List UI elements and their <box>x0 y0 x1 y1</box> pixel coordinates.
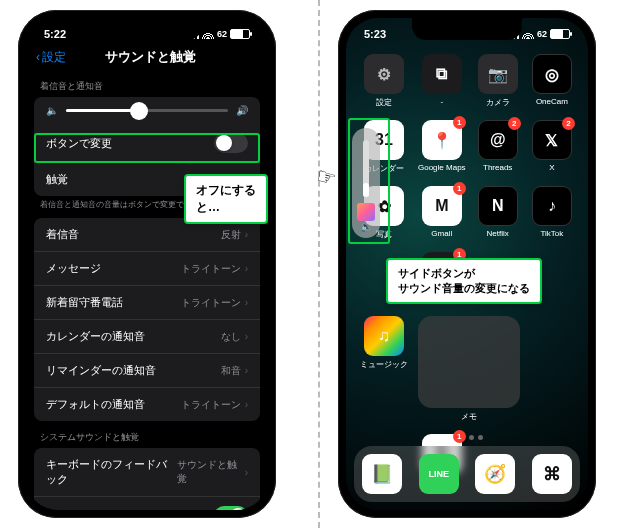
app-icon[interactable]: ♪ <box>532 186 572 226</box>
sounds-list: 着信音反射› メッセージトライトーン› 新着留守番電話トライトーン› カレンダー… <box>34 218 260 421</box>
app-label: - <box>440 97 443 106</box>
dock-app[interactable]: ⌘ <box>532 454 572 494</box>
dock-app[interactable]: LINE <box>419 454 459 494</box>
row-keyboard-feedback[interactable]: キーボードのフィードバックサウンドと触覚› <box>34 448 260 497</box>
row-voicemail[interactable]: 新着留守番電話トライトーン› <box>34 286 260 320</box>
annotation-off: オフにすると… <box>184 174 268 224</box>
notch <box>412 18 522 40</box>
badge: 1 <box>453 430 466 443</box>
app-icon[interactable]: ♫ <box>364 316 404 356</box>
section-ringer-header: 着信音と通知音 <box>26 70 268 97</box>
app-icon[interactable]: @2 <box>478 120 518 160</box>
volume-slider-row[interactable]: 🔈 🔊 <box>34 97 260 124</box>
speaker-icon: 🔈 <box>360 221 372 232</box>
toggle-button-change[interactable] <box>214 133 248 153</box>
volume-hud-artwork <box>357 203 375 221</box>
battery-pct: 62 <box>537 29 547 39</box>
row-lock-sound[interactable]: ロック時の音 <box>34 497 260 510</box>
volume-hud: 🔈 <box>352 128 380 238</box>
speaker-low-icon: 🔈 <box>46 105 58 116</box>
notch <box>92 18 202 40</box>
annotation-side-button: サイドボタンが サウンド音量の変更になる <box>386 258 542 304</box>
app-カメラ[interactable]: 📷カメラ <box>476 54 520 108</box>
battery-icon <box>550 29 570 39</box>
section-system-header: システムサウンドと触覚 <box>26 421 268 448</box>
app-TikTok[interactable]: ♪TikTok <box>530 186 574 240</box>
app-設定[interactable]: ⚙︎設定 <box>360 54 408 108</box>
app-label: カメラ <box>486 97 510 108</box>
row-reminder[interactable]: リマインダーの通知音和音› <box>34 354 260 388</box>
widget-memo[interactable]: メモ <box>418 316 520 422</box>
row-calendar[interactable]: カレンダーの通知音なし› <box>34 320 260 354</box>
app-label: ミュージック <box>360 359 408 370</box>
app-label: Netflix <box>487 229 509 238</box>
app--[interactable]: ⧉- <box>418 54 466 108</box>
app-Threads[interactable]: @2Threads <box>476 120 520 174</box>
battery-pct: 62 <box>217 29 227 39</box>
nav-bar: ‹ 設定 サウンドと触覚 <box>26 44 268 70</box>
phone-left: 5:22 62 ‹ 設定 サウンドと触覚 着信音と通知音 🔈 🔊 <box>18 10 276 518</box>
dock-app[interactable]: 🧭 <box>475 454 515 494</box>
app-icon[interactable]: ⧉ <box>422 54 462 94</box>
badge: 1 <box>453 182 466 195</box>
app-blank <box>530 316 574 422</box>
app-Netflix[interactable]: NNetflix <box>476 186 520 240</box>
app-label: Google Maps <box>418 163 466 172</box>
app-icon[interactable]: N <box>478 186 518 226</box>
app-icon[interactable]: ◎ <box>532 54 572 94</box>
dock: 📗LINE🧭⌘ <box>354 446 580 502</box>
dock-app[interactable]: 📗 <box>362 454 402 494</box>
page-title: サウンドと触覚 <box>42 48 258 66</box>
app-label: Gmail <box>431 229 452 238</box>
settings-screen: 5:22 62 ‹ 設定 サウンドと触覚 着信音と通知音 🔈 🔊 <box>26 18 268 510</box>
speaker-high-icon: 🔊 <box>236 105 248 116</box>
app-X[interactable]: 𝕏2X <box>530 120 574 174</box>
row-message[interactable]: メッセージトライトーン› <box>34 252 260 286</box>
app-OneCam[interactable]: ◎OneCam <box>530 54 574 108</box>
row-default[interactable]: デフォルトの通知音トライトーン› <box>34 388 260 421</box>
toggle-lock-sound[interactable] <box>214 506 248 510</box>
badge: 2 <box>508 117 521 130</box>
row-button-change[interactable]: ボタンで変更 <box>34 124 260 163</box>
app-Google Maps[interactable]: 📍1Google Maps <box>418 120 466 174</box>
volume-slider[interactable] <box>66 109 228 112</box>
wifi-icon <box>522 30 534 39</box>
app-ミュージック[interactable]: ♫ミュージック <box>360 316 408 422</box>
battery-icon <box>230 29 250 39</box>
system-list: キーボードのフィードバックサウンドと触覚› ロック時の音 システムの触覚 <box>34 448 260 510</box>
app-label: 写真 <box>376 229 392 240</box>
phone-right: 5:23 62 ⚙︎設定⧉-📷カメラ◎OneCam31カレンダー📍1Google… <box>338 10 596 518</box>
badge: 1 <box>453 116 466 129</box>
status-time: 5:23 <box>364 28 386 40</box>
app-icon[interactable]: 📍1 <box>422 120 462 160</box>
home-screen: 5:23 62 ⚙︎設定⧉-📷カメラ◎OneCam31カレンダー📍1Google… <box>346 18 588 510</box>
app-icon[interactable]: 𝕏2 <box>532 120 572 160</box>
app-label: X <box>549 163 554 172</box>
app-icon[interactable]: 📷 <box>478 54 518 94</box>
app-label: Threads <box>483 163 512 172</box>
app-Gmail[interactable]: M1Gmail <box>418 186 466 240</box>
status-time: 5:22 <box>44 28 66 40</box>
app-label: TikTok <box>540 229 563 238</box>
volume-hud-track <box>363 140 369 197</box>
app-icon[interactable]: M1 <box>422 186 462 226</box>
app-label: 設定 <box>376 97 392 108</box>
wifi-icon <box>202 30 214 39</box>
divider <box>318 0 320 528</box>
badge: 2 <box>562 117 575 130</box>
app-icon[interactable]: ⚙︎ <box>364 54 404 94</box>
app-label: OneCam <box>536 97 568 106</box>
